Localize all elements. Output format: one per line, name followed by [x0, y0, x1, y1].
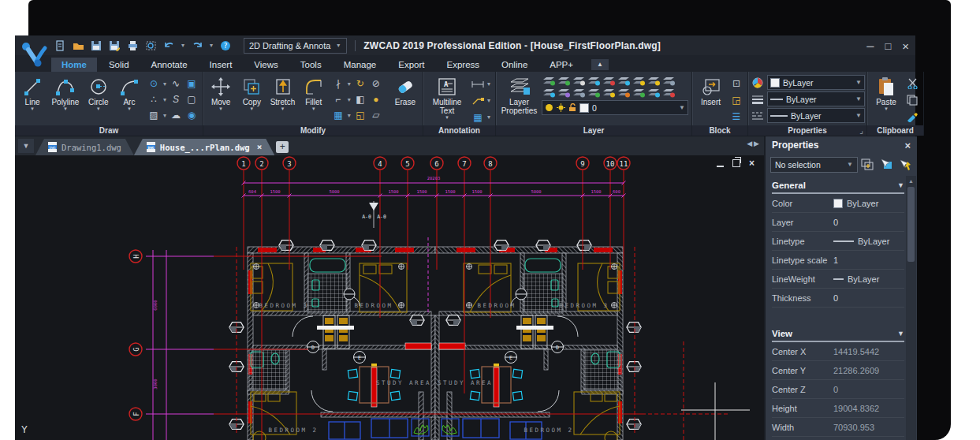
spline-fit-icon[interactable]: S: [168, 91, 184, 107]
scrollbar-up-icon[interactable]: ▲: [906, 176, 916, 186]
dimension-icon[interactable]: [470, 76, 486, 92]
maximize-button[interactable]: □: [885, 40, 891, 52]
doc-tab-list-caret[interactable]: ▼: [18, 139, 34, 153]
new-doc-tab-button[interactable]: +: [276, 141, 289, 153]
layer-unlock-icon[interactable]: [617, 76, 631, 86]
doc-tab-drawing1[interactable]: DWG Drawing1.dwg: [35, 139, 134, 155]
color-wheel-icon[interactable]: [751, 77, 764, 88]
doc-restore-icon[interactable]: [732, 159, 740, 167]
panel-label-modify[interactable]: Modify: [203, 125, 423, 136]
section-general[interactable]: General ▼: [772, 178, 904, 194]
point-icon[interactable]: ⊙: [146, 76, 162, 91]
leader-icon[interactable]: [470, 93, 486, 109]
tab-insert[interactable]: Insert: [199, 58, 243, 72]
tab-app-plus[interactable]: APP+: [539, 58, 583, 72]
polyline-button[interactable]: Polyline▾: [49, 74, 82, 111]
row-layer[interactable]: Layer 0: [772, 213, 904, 232]
hatch-caret[interactable]: ▾: [162, 112, 168, 119]
leader-caret[interactable]: ▾: [486, 97, 492, 104]
tab-export[interactable]: Export: [388, 58, 434, 72]
properties-scrollbar[interactable]: ▲: [906, 176, 916, 440]
layer-thaw-icon[interactable]: [557, 76, 571, 86]
lineweight-select[interactable]: ByLayer ▼: [767, 91, 865, 106]
layer-freeze-icon[interactable]: [587, 76, 601, 86]
point-caret[interactable]: ▾: [162, 80, 168, 88]
line-button[interactable]: Line▾: [18, 74, 47, 111]
save-as-icon[interactable]: [107, 39, 121, 53]
paste-button[interactable]: Paste▾: [870, 74, 902, 111]
row-center-y[interactable]: Center Y 21286.2609: [772, 361, 904, 380]
join-icon[interactable]: ●: [368, 91, 384, 107]
panel-label-draw[interactable]: Draw: [15, 125, 203, 136]
circle-button[interactable]: Circle▾: [84, 74, 113, 111]
plot-icon[interactable]: [125, 39, 140, 53]
donut-icon[interactable]: ◉: [184, 107, 199, 123]
layer-off-icon[interactable]: [572, 76, 586, 86]
stretch-button[interactable]: Stretch▾: [268, 74, 296, 111]
row-lineweight[interactable]: LineWeight ByLayer: [772, 270, 904, 289]
panel-label-clipboard[interactable]: Clipboard: [867, 125, 923, 136]
row-width[interactable]: Width 70930.953: [772, 418, 904, 437]
drawing-canvas[interactable]: ×: [15, 155, 764, 440]
doc-tab-scroll[interactable]: ◀▶: [747, 140, 761, 147]
pickadd-toggle-icon[interactable]: [897, 157, 912, 172]
arc-button[interactable]: Arc▾: [115, 74, 143, 111]
layer-match-icon[interactable]: [647, 76, 661, 86]
open-folder-icon[interactable]: [71, 39, 85, 53]
save-icon[interactable]: [89, 39, 103, 53]
tab-manage[interactable]: Manage: [333, 58, 387, 72]
layer-delete-icon[interactable]: [662, 88, 676, 98]
row-center-z[interactable]: Center Z 0: [772, 380, 904, 399]
rotate-icon[interactable]: ↻: [352, 76, 368, 91]
row-color[interactable]: Color ByLayer: [772, 194, 904, 213]
tab-home[interactable]: Home: [51, 58, 97, 72]
layer-lock-icon[interactable]: [602, 76, 616, 86]
divide-caret[interactable]: ▾: [162, 96, 168, 103]
close-button[interactable]: ×: [902, 39, 909, 53]
dimension-caret[interactable]: ▾: [486, 80, 492, 88]
panel-label-block[interactable]: Block: [692, 125, 747, 136]
layer-color-icon[interactable]: [602, 88, 616, 98]
layer-restore-icon[interactable]: [617, 88, 631, 98]
doc-tab-house-firstfloorplan[interactable]: DWG House_...rPlan.dwg ×: [134, 139, 274, 155]
trim-caret[interactable]: ▾: [346, 80, 352, 88]
copy-button[interactable]: Copy▾: [237, 74, 266, 111]
multiline-text-button[interactable]: A Multiline Text▾: [427, 74, 468, 120]
hatch-icon[interactable]: ▨: [146, 107, 162, 123]
divide-icon[interactable]: ∴: [146, 91, 162, 107]
array-caret[interactable]: ▾: [346, 112, 352, 119]
layer-properties-button[interactable]: Layer Properties: [499, 74, 539, 115]
row-linetype-scale[interactable]: Linetype scale 1: [772, 251, 904, 270]
array-icon[interactable]: ▦: [330, 107, 346, 123]
insert-button[interactable]: Insert: [695, 74, 726, 106]
section-view[interactable]: View ▼: [772, 326, 904, 342]
tab-tools[interactable]: Tools: [290, 58, 332, 72]
workspace-select[interactable]: 2D Drafting & Annota ▾: [244, 38, 347, 54]
panel-expand-icon[interactable]: ⌟: [859, 125, 863, 136]
linetype-select[interactable]: ByLayer ▼: [767, 108, 865, 123]
mirror-icon[interactable]: ◧: [352, 91, 368, 107]
help-icon[interactable]: ?: [218, 39, 233, 53]
tab-express[interactable]: Express: [436, 58, 490, 72]
undo-icon[interactable]: [162, 39, 176, 53]
cut-icon[interactable]: [904, 76, 920, 91]
row-linetype[interactable]: Linetype ByLayer: [772, 232, 904, 251]
row-center-x[interactable]: Center X 14419.5442: [772, 342, 904, 361]
edit-block-icon[interactable]: ◲: [728, 92, 744, 108]
layer-freeze-other-icon[interactable]: [572, 88, 586, 98]
match-properties-icon[interactable]: [904, 109, 920, 125]
select-objects-icon[interactable]: [879, 157, 894, 172]
table-icon[interactable]: ▦: [470, 110, 486, 125]
attributes-icon[interactable]: ☰: [728, 109, 744, 125]
undo-caret[interactable]: ▾: [180, 42, 186, 49]
layer-on-icon[interactable]: [542, 76, 556, 86]
layer-prev-icon[interactable]: [647, 88, 661, 98]
panel-label-annotation[interactable]: Annotation: [423, 125, 495, 136]
layer-on-all-icon[interactable]: [587, 88, 601, 98]
layer-current-icon[interactable]: [632, 76, 646, 86]
redo-icon[interactable]: [190, 39, 204, 53]
tab-views[interactable]: Views: [244, 58, 288, 72]
tab-annotate[interactable]: Annotate: [141, 58, 198, 72]
boundary-icon[interactable]: ▢: [184, 91, 199, 107]
spline-icon[interactable]: ∿: [168, 76, 184, 91]
